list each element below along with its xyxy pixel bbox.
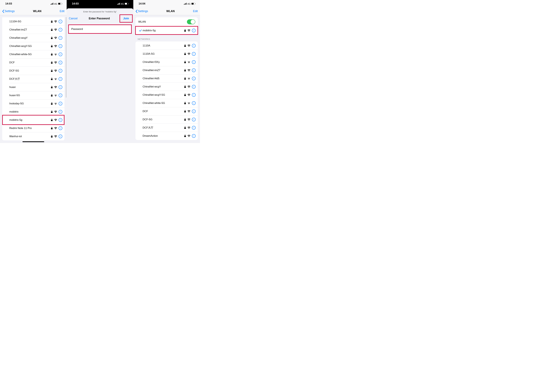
lock-icon: [51, 119, 53, 121]
network-row[interactable]: huaxii: [2, 83, 64, 91]
info-button[interactable]: i: [192, 101, 196, 105]
info-button[interactable]: i: [192, 52, 196, 56]
screen-3-wlan-connected: 14:04 4G Settings WLAN Edit WLAN mobitri…: [133, 0, 200, 143]
network-row[interactable]: ChinaNet-l4d5i: [136, 74, 198, 82]
info-button[interactable]: i: [59, 93, 62, 97]
network-row[interactable]: Inotoday-5Gi: [2, 100, 64, 108]
network-type: 4G: [54, 2, 57, 5]
network-row[interactable]: ChinaNet-wcgYi: [136, 82, 198, 91]
network-row[interactable]: DreamActioni: [136, 132, 198, 140]
edit-button[interactable]: Edit: [193, 10, 198, 13]
network-row[interactable]: DCFi: [2, 58, 64, 66]
info-button[interactable]: i: [192, 29, 196, 32]
info-button[interactable]: i: [59, 28, 62, 32]
network-row[interactable]: Redmi Note 11 Proi: [2, 124, 64, 132]
network-row[interactable]: ChinaNet-imZ7i: [2, 26, 64, 34]
info-button[interactable]: i: [192, 44, 196, 47]
info-button[interactable]: i: [59, 44, 62, 48]
network-meta: i: [51, 20, 62, 23]
lock-icon: [184, 77, 186, 80]
network-name: huaxi: [9, 86, 51, 89]
cancel-button[interactable]: Cancel: [69, 17, 77, 20]
network-row[interactable]: DCF-5Gi: [2, 66, 64, 75]
lock-icon: [184, 29, 186, 32]
wifi-icon: [54, 20, 57, 23]
network-row[interactable]: ChinaNet-wcgY-5Gi: [2, 42, 64, 50]
lock-icon: [184, 94, 186, 96]
info-button[interactable]: i: [59, 126, 62, 130]
network-meta: i: [51, 118, 62, 122]
edit-button[interactable]: Edit: [60, 10, 64, 13]
network-meta: i: [51, 110, 62, 114]
info-button[interactable]: i: [192, 134, 196, 138]
network-row[interactable]: ChinaNet-white-5Gi: [136, 99, 198, 107]
network-row[interactable]: mobitrixi: [2, 108, 64, 116]
wifi-icon: [54, 29, 57, 31]
wlan-toggle-row[interactable]: WLAN: [136, 17, 198, 26]
network-row[interactable]: DCF大厅i: [2, 75, 64, 83]
network-row[interactable]: ChinaNet-wcgYi: [2, 34, 64, 42]
network-row[interactable]: DCF大厅i: [136, 124, 198, 132]
info-button[interactable]: i: [59, 118, 62, 122]
network-row[interactable]: 1110A-5Gi: [2, 17, 64, 26]
network-meta: i: [51, 102, 62, 106]
password-field[interactable]: Password: [69, 25, 131, 33]
info-button[interactable]: i: [59, 134, 62, 138]
info-button[interactable]: i: [59, 69, 62, 73]
lock-icon: [51, 61, 53, 64]
back-button[interactable]: Settings: [136, 10, 148, 13]
network-row[interactable]: huaxi-5Gi: [2, 91, 64, 100]
wifi-icon: [188, 119, 190, 121]
password-label: Password: [71, 27, 83, 31]
info-button[interactable]: i: [192, 60, 196, 64]
network-meta: i: [51, 53, 62, 56]
lock-icon: [51, 78, 53, 80]
network-meta: i: [51, 36, 62, 40]
network-row[interactable]: ChinaNet-wcgY-5Gi: [136, 91, 198, 99]
network-row[interactable]: ChinaNet-f3Xyi: [136, 58, 198, 66]
info-button[interactable]: i: [59, 53, 62, 56]
wifi-icon: [188, 53, 190, 55]
nav-bar: Settings WLAN Edit: [133, 7, 200, 15]
network-row[interactable]: mobitrix-5gi: [2, 116, 64, 124]
lock-icon: [51, 102, 53, 105]
network-row[interactable]: DCF-5Gi: [136, 115, 198, 124]
wlan-switch-on[interactable]: [187, 19, 195, 24]
lock-icon: [184, 44, 186, 47]
info-button[interactable]: i: [59, 110, 62, 114]
info-button[interactable]: i: [59, 77, 62, 81]
wifi-icon: [188, 135, 190, 137]
network-name: DCF大厅: [9, 77, 51, 81]
back-button[interactable]: Settings: [2, 10, 15, 13]
network-row[interactable]: 1110A-5Gi: [136, 50, 198, 58]
info-button[interactable]: i: [192, 85, 196, 89]
info-button[interactable]: i: [192, 109, 196, 113]
info-button[interactable]: i: [59, 20, 62, 23]
lock-icon: [51, 20, 53, 23]
connected-network-row[interactable]: mobitrix-5g i: [136, 26, 198, 34]
network-row[interactable]: DCFi: [136, 107, 198, 115]
info-button[interactable]: i: [59, 102, 62, 106]
battery-icon: [58, 3, 62, 5]
network-name: 1110A: [143, 44, 184, 47]
network-row[interactable]: Wanhui-ioti: [2, 132, 64, 140]
info-button[interactable]: i: [192, 77, 196, 80]
info-button[interactable]: i: [59, 85, 62, 89]
network-name: DCF大厅: [143, 126, 184, 129]
info-button[interactable]: i: [192, 68, 196, 72]
info-button[interactable]: i: [59, 61, 62, 64]
wifi-icon: [188, 77, 190, 80]
lock-icon: [51, 94, 53, 97]
network-row[interactable]: ChinaNet-imZ7i: [136, 66, 198, 74]
info-button[interactable]: i: [192, 118, 196, 121]
lock-icon: [184, 53, 186, 55]
network-meta: i: [51, 93, 62, 97]
network-name: DCF-5G: [9, 69, 51, 72]
join-button[interactable]: Join: [121, 16, 131, 21]
network-meta: i: [184, 29, 196, 32]
info-button[interactable]: i: [192, 126, 196, 130]
network-row[interactable]: 1110Ai: [136, 41, 198, 50]
info-button[interactable]: i: [192, 93, 196, 97]
network-row[interactable]: ChinaNet-white-5Gi: [2, 50, 64, 58]
info-button[interactable]: i: [59, 36, 62, 40]
